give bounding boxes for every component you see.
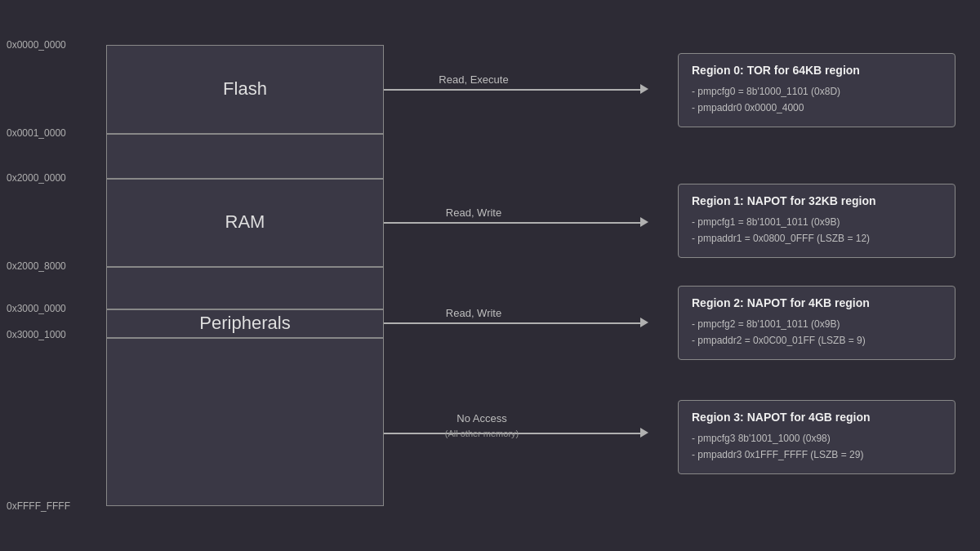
flash-label: Flash: [223, 78, 267, 100]
addr-label-5: 0x3000_1000: [7, 329, 66, 340]
divider-periph-bottom: [106, 337, 384, 339]
region-2-box: Region 2: NAPOT for 4KB region - pmpcfg2…: [678, 286, 956, 360]
region-2-line2: - pmpaddr2 = 0x0C00_01FF (LSZB = 9): [692, 332, 942, 349]
arrow-line-1: [384, 222, 645, 224]
region-1-line2: - pmpaddr1 = 0x0800_0FFF (LSZB = 12): [692, 230, 942, 247]
arrow-line-2: [384, 322, 645, 324]
peripherals-segment: Peripherals: [106, 309, 384, 337]
divider-flash-bottom: [106, 133, 384, 135]
arrow-sub-label-3: (All other memory): [400, 429, 564, 438]
arrow-head-2: [640, 318, 648, 327]
arrow-line-0: [384, 89, 645, 91]
addr-label-0: 0x0000_0000: [7, 39, 66, 51]
region-3-line2: - pmpaddr3 0x1FFF_FFFF (LSZB = 29): [692, 447, 942, 463]
arrow-label-1: Read, Write: [400, 207, 547, 219]
region-0-line1: - pmpcfg0 = 8b'1000_1101 (0x8D): [692, 83, 942, 100]
flash-segment: Flash: [106, 45, 384, 133]
peripherals-label: Peripherals: [199, 313, 290, 334]
arrow-label-3: No Access: [400, 412, 564, 424]
region-0-box: Region 0: TOR for 64KB region - pmpcfg0 …: [678, 53, 956, 127]
region-0-title: Region 0: TOR for 64KB region: [692, 64, 942, 77]
region-3-title: Region 3: NAPOT for 4GB region: [692, 411, 942, 424]
addr-label-6: 0xFFFF_FFFF: [7, 500, 70, 512]
region-0-line2: - pmpaddr0 0x0000_4000: [692, 100, 942, 116]
region-3-box: Region 3: NAPOT for 4GB region - pmpcfg3…: [678, 400, 956, 474]
region-1-line1: - pmpcfg1 = 8b'1001_1011 (0x9B): [692, 214, 942, 230]
diagram: 0x0000_0000 0x0001_0000 0x2000_0000 0x20…: [0, 0, 980, 551]
region-2-line1: - pmpcfg2 = 8b'1001_1011 (0x9B): [692, 316, 942, 332]
addr-label-3: 0x2000_8000: [7, 260, 66, 272]
ram-label: RAM: [225, 211, 265, 233]
region-1-box: Region 1: NAPOT for 32KB region - pmpcfg…: [678, 184, 956, 258]
region-2-title: Region 2: NAPOT for 4KB region: [692, 296, 942, 309]
arrow-label-0: Read, Execute: [400, 73, 547, 86]
region-1-title: Region 1: NAPOT for 32KB region: [692, 194, 942, 207]
addr-label-2: 0x2000_0000: [7, 172, 66, 184]
ram-segment: RAM: [106, 178, 384, 266]
arrow-head-1: [640, 217, 648, 227]
arrow-head-0: [640, 84, 648, 94]
addr-label-1: 0x0001_0000: [7, 127, 66, 139]
arrow-head-3: [640, 428, 648, 438]
arrow-label-2: Read, Write: [400, 307, 547, 319]
divider-ram-bottom: [106, 266, 384, 268]
addr-label-4: 0x3000_0000: [7, 303, 66, 314]
region-3-line1: - pmpcfg3 8b'1001_1000 (0x98): [692, 430, 942, 447]
